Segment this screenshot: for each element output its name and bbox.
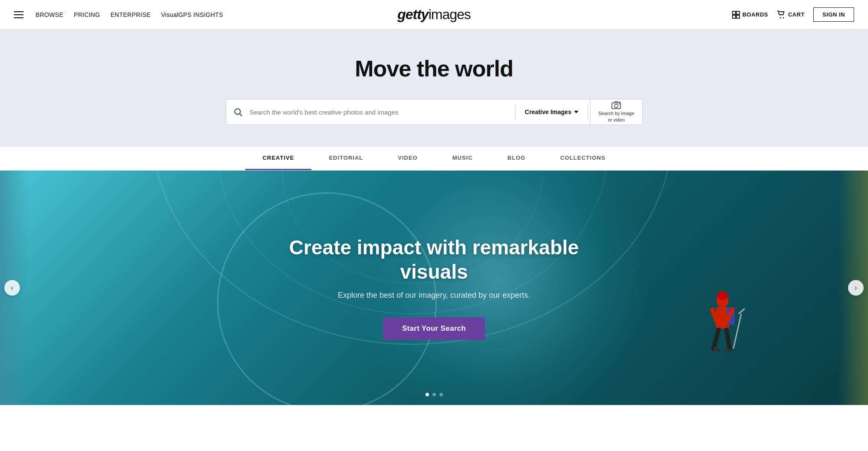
next-arrow-icon: › [855, 284, 857, 292]
tab-editorial[interactable]: EDITORIAL [311, 147, 380, 170]
nav-link-visualgps-insights[interactable]: VisualGPS INSIGHTS [161, 11, 223, 18]
search-by-image-label: Search by imageor video [598, 110, 634, 123]
tab-collections[interactable]: COLLECTIONS [543, 147, 623, 170]
logo-getty: getty [397, 7, 428, 22]
banner-next-arrow[interactable]: › [848, 280, 864, 296]
tab-video[interactable]: VIDEO [380, 147, 435, 170]
header-left: BROWSEPRICINGENTERPRISEVisualGPS INSIGHT… [14, 11, 223, 19]
creative-images-label: Creative Images [525, 109, 571, 115]
category-tabs: CREATIVE EDITORIAL VIDEO MUSIC BLOG COLL… [0, 147, 868, 171]
creative-images-button[interactable]: Creative Images [517, 99, 586, 125]
boards-link[interactable]: BOARDS [732, 11, 768, 19]
svg-point-6 [234, 109, 240, 115]
search-icon-wrap [226, 107, 250, 117]
prev-arrow-icon: ‹ [11, 284, 13, 292]
sign-in-button[interactable]: SIGN IN [813, 7, 854, 22]
hamburger-menu[interactable] [14, 11, 23, 18]
cart-icon [777, 10, 785, 19]
dot-1[interactable] [426, 393, 429, 396]
dot-3[interactable] [439, 393, 443, 396]
banner-subtitle: Explore the best of our imagery, curated… [338, 291, 530, 300]
search-bar: Creative Images Search by imageor video [226, 99, 643, 125]
logo[interactable]: gettyimages [397, 7, 471, 23]
search-divider [515, 104, 515, 120]
hero-banner: Create impact with remarkable visuals Ex… [0, 171, 868, 405]
dot-2[interactable] [432, 393, 436, 396]
search-by-image-button[interactable]: Search by imageor video [590, 99, 642, 125]
svg-point-5 [782, 17, 784, 18]
header-right: BOARDS CART SIGN IN [732, 7, 854, 22]
search-divider-2 [588, 104, 588, 120]
start-search-button[interactable]: Start Your Search [383, 317, 485, 340]
tab-music[interactable]: MUSIC [435, 147, 490, 170]
svg-point-9 [614, 104, 618, 108]
tab-creative[interactable]: CREATIVE [245, 147, 312, 170]
chevron-down-icon [574, 111, 578, 113]
nav-link-browse[interactable]: BROWSE [36, 11, 63, 18]
nav-link-enterprise[interactable]: ENTERPRISE [110, 11, 150, 18]
banner-title: Create impact with remarkable visuals [271, 236, 597, 283]
svg-rect-0 [733, 11, 736, 14]
cart-link[interactable]: CART [777, 10, 805, 19]
svg-point-10 [619, 104, 620, 105]
logo-images: images [429, 7, 471, 22]
svg-rect-3 [736, 15, 739, 18]
tab-blog[interactable]: BLOG [490, 147, 543, 170]
svg-rect-1 [736, 11, 739, 14]
banner-content: Create impact with remarkable visuals Ex… [0, 171, 868, 405]
hero-section: Move the world Creative Images Search [0, 30, 868, 147]
search-icon [233, 107, 243, 117]
svg-point-4 [779, 17, 781, 18]
primary-nav: BROWSEPRICINGENTERPRISEVisualGPS INSIGHT… [36, 11, 223, 19]
camera-icon [611, 101, 621, 109]
header: BROWSEPRICINGENTERPRISEVisualGPS INSIGHT… [0, 0, 868, 30]
boards-icon [732, 11, 740, 19]
boards-label: BOARDS [743, 11, 768, 18]
banner-dots [426, 393, 443, 396]
nav-link-pricing[interactable]: PRICING [74, 11, 100, 18]
search-input[interactable] [250, 109, 513, 116]
cart-label: CART [788, 11, 805, 18]
svg-line-7 [240, 114, 242, 116]
hero-title: Move the world [355, 56, 513, 82]
banner-prev-arrow[interactable]: ‹ [4, 280, 20, 296]
svg-rect-2 [733, 15, 736, 18]
